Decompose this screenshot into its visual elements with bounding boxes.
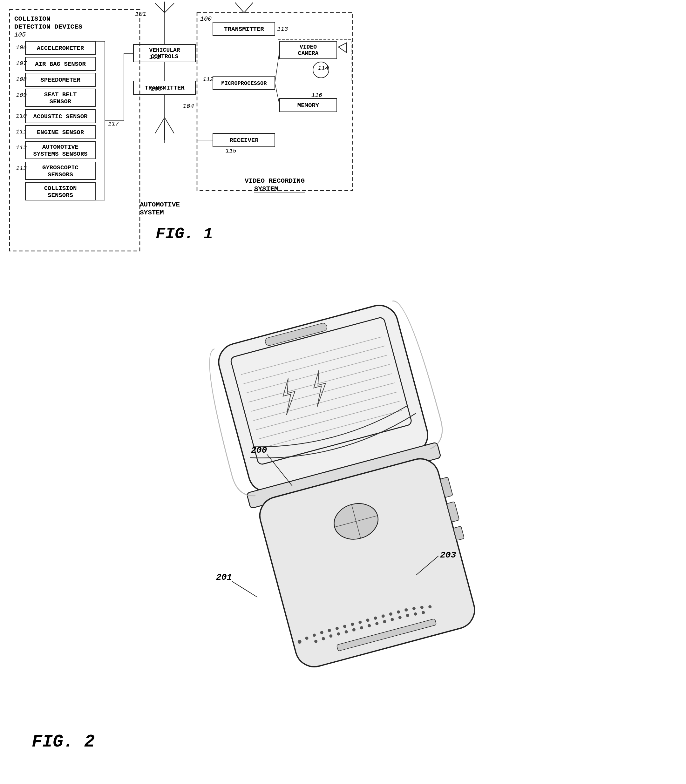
svg-line-89 [275,83,279,105]
svg-text:104: 104 [183,103,194,110]
svg-text:AUTOMOTIVE: AUTOMOTIVE [140,201,180,209]
svg-text:RECEIVER: RECEIVER [229,137,259,144]
page: COLLISION DETECTION DEVICES 105 106 ACCE… [0,0,686,784]
svg-text:GYROSCOPIC: GYROSCOPIC [42,164,78,171]
svg-line-54 [155,3,165,13]
fig2-diagram: 200 201 203 FIG. 2 [0,270,686,778]
svg-text:MICROPROCESSOR: MICROPROCESSOR [222,80,267,86]
svg-text:ACCELEROMETER: ACCELEROMETER [37,45,84,52]
svg-text:AIR BAG SENSOR: AIR BAG SENSOR [35,61,86,68]
svg-marker-73 [338,43,346,52]
svg-text:VIDEO: VIDEO [300,44,317,50]
svg-text:SYSTEM: SYSTEM [254,185,278,192]
svg-text:SPEEDOMETER: SPEEDOMETER [40,77,80,83]
svg-line-56 [165,3,174,13]
svg-text:112: 112 [203,76,214,83]
svg-text:115: 115 [225,147,237,154]
svg-text:DETECTION DEVICES: DETECTION DEVICES [14,23,82,31]
svg-text:TRANSMITTER: TRANSMITTER [224,26,264,33]
svg-text:FIG. 1: FIG. 1 [156,225,213,243]
svg-text:201: 201 [216,572,232,582]
svg-text:114: 114 [318,65,328,72]
svg-text:SENSORS: SENSORS [48,171,73,178]
svg-text:COLLISION: COLLISION [14,15,50,23]
svg-text:117: 117 [108,121,119,127]
svg-text:105: 105 [14,31,26,38]
svg-text:CAMERA: CAMERA [298,50,319,57]
svg-text:100: 100 [200,15,212,23]
svg-text:TRANSMITTER: TRANSMITTER [145,85,185,91]
svg-text:SENSORS: SENSORS [48,192,73,199]
svg-line-152 [232,581,257,597]
svg-text:VIDEO RECORDING: VIDEO RECORDING [245,177,305,184]
svg-text:ACOUSTIC SENSOR: ACOUSTIC SENSOR [33,113,88,120]
svg-text:AUTOMOTIVE: AUTOMOTIVE [42,143,78,151]
svg-text:101: 101 [135,10,147,18]
fig1-diagram: COLLISION DETECTION DEVICES 105 106 ACCE… [0,0,366,270]
svg-text:FIG. 2: FIG. 2 [32,732,95,752]
svg-text:SYSTEM: SYSTEM [140,209,164,216]
svg-line-93 [244,3,253,13]
svg-text:200: 200 [251,445,267,455]
svg-text:SENSOR: SENSOR [49,98,72,105]
svg-text:CONTROLS: CONTROLS [151,53,178,60]
svg-text:203: 203 [440,550,456,560]
svg-text:116: 116 [311,92,322,99]
svg-text:VEHICULAR: VEHICULAR [149,47,180,53]
svg-line-91 [235,3,244,13]
svg-text:COLLISION: COLLISION [44,185,77,192]
svg-line-59 [155,117,165,134]
svg-line-88 [275,50,279,83]
svg-rect-62 [197,13,353,191]
svg-text:ENGINE SENSOR: ENGINE SENSOR [37,129,84,136]
svg-line-61 [165,117,174,134]
svg-text:MEMORY: MEMORY [297,102,319,109]
svg-text:SYSTEMS SENSORS: SYSTEMS SENSORS [33,151,87,158]
svg-text:113: 113 [277,26,288,33]
svg-text:SEAT BELT: SEAT BELT [44,91,77,98]
